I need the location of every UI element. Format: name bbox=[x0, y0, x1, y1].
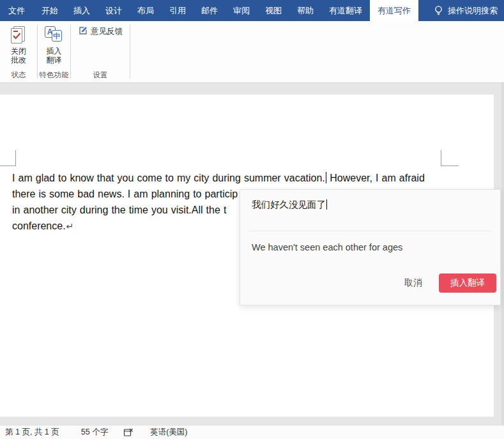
tell-me-search[interactable]: 操作说明搜索 bbox=[434, 0, 504, 21]
proofread-pages-icon bbox=[11, 26, 26, 44]
group-separator bbox=[130, 25, 130, 79]
translate-popup: 我们好久没见面了 We haven't seen each other for … bbox=[240, 189, 501, 305]
ribbon-tab-bar: 文件 开始 插入 设计 布局 引用 邮件 审阅 视图 帮助 有道翻译 有道写作 … bbox=[0, 0, 504, 21]
translate-source-input[interactable]: 我们好久没见面了 bbox=[252, 199, 491, 211]
tab-design[interactable]: 设计 bbox=[98, 0, 130, 21]
tab-layout[interactable]: 布局 bbox=[130, 0, 162, 21]
page-number-indicator[interactable]: 第 1 页, 共 1 页 bbox=[1, 427, 63, 438]
insert-translation-button[interactable]: A 中 插入 翻译 bbox=[38, 25, 71, 65]
text-cursor bbox=[326, 199, 327, 210]
insert-translation-button[interactable]: 插入翻译 bbox=[439, 273, 496, 293]
tab-youdao-translate[interactable]: 有道翻译 bbox=[321, 0, 370, 21]
ribbon-group-features: A 中 插入 翻译 特色功能 bbox=[38, 21, 70, 82]
tab-help[interactable]: 帮助 bbox=[289, 0, 321, 21]
close-proofread-button[interactable]: 关闭 批改 bbox=[2, 25, 35, 65]
tab-references[interactable]: 引用 bbox=[162, 0, 194, 21]
feedback-pen-icon bbox=[79, 26, 88, 37]
word-count-indicator[interactable]: 55 个字 bbox=[77, 427, 112, 438]
status-bar: 第 1 页, 共 1 页 55 个字 英语(美国) bbox=[0, 425, 504, 439]
translate-icon: A 中 bbox=[45, 26, 64, 44]
tab-file[interactable]: 文件 bbox=[0, 0, 34, 21]
proofing-errors-icon[interactable] bbox=[119, 428, 137, 437]
text-boundary-mark-right bbox=[441, 150, 459, 166]
tell-me-label: 操作说明搜索 bbox=[448, 5, 498, 17]
feedback-label: 意见反馈 bbox=[91, 26, 123, 37]
translation-result: We haven't seen each other for ages bbox=[252, 242, 491, 252]
group-label-settings: 设置 bbox=[71, 70, 130, 80]
ribbon: 关闭 批改 状态 A 中 插入 翻译 特色功能 bbox=[0, 21, 504, 83]
text-boundary-mark-left bbox=[0, 150, 16, 166]
feedback-button[interactable]: 意见反馈 bbox=[79, 26, 123, 37]
group-label-features: 特色功能 bbox=[38, 70, 70, 80]
tab-home[interactable]: 开始 bbox=[34, 0, 66, 21]
tab-view[interactable]: 视图 bbox=[257, 0, 289, 21]
tab-insert[interactable]: 插入 bbox=[66, 0, 98, 21]
language-indicator[interactable]: 英语(美国) bbox=[146, 427, 191, 438]
group-label-status: 状态 bbox=[0, 70, 37, 80]
ribbon-group-status: 关闭 批改 状态 bbox=[0, 21, 37, 82]
word-window: 文件 开始 插入 设计 布局 引用 邮件 审阅 视图 帮助 有道翻译 有道写作 … bbox=[0, 0, 504, 439]
popup-divider bbox=[249, 231, 491, 231]
tab-mailings[interactable]: 邮件 bbox=[194, 0, 225, 21]
vertical-scrollbar[interactable] bbox=[501, 83, 504, 425]
cancel-button[interactable]: 取消 bbox=[401, 275, 426, 291]
paragraph-mark: ↵ bbox=[66, 221, 74, 231]
ribbon-group-settings: 意见反馈 设置 bbox=[71, 21, 130, 82]
text-line-1: I am glad to know that you come to my ci… bbox=[12, 170, 454, 186]
tab-review[interactable]: 审阅 bbox=[225, 0, 257, 21]
popup-actions: 取消 插入翻译 bbox=[401, 273, 496, 293]
tab-youdao-writing[interactable]: 有道写作 bbox=[370, 0, 418, 21]
text-cursor bbox=[326, 172, 327, 183]
lightbulb-icon bbox=[434, 5, 443, 16]
